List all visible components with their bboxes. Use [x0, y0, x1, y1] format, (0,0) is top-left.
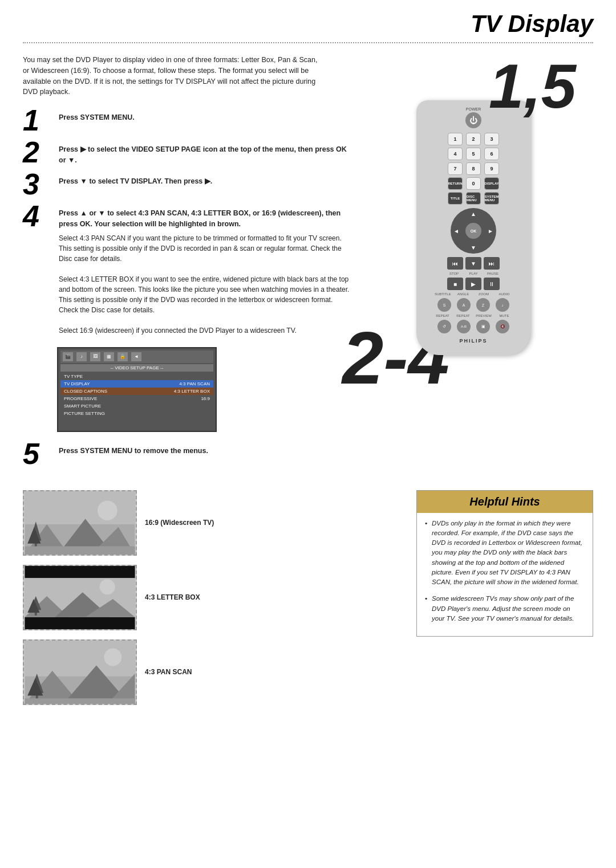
btn-repeat2[interactable]: A-B	[457, 320, 471, 333]
menu-val-progressive: 16:9	[201, 396, 210, 401]
big-number-15: 1,5	[489, 55, 576, 117]
main-content: You may set the DVD Player to display vi…	[0, 43, 616, 473]
svg-rect-30	[25, 698, 135, 704]
btn-disc-menu[interactable]: DISC MENU	[466, 192, 481, 205]
btn-next-skip[interactable]: ⏭	[484, 257, 500, 270]
nav-cluster: ▲ ▼ ◄ ► OK	[425, 208, 521, 254]
remote-row-rrpm-labels: REPEAT REPEAT PREVIEW MUTE	[425, 314, 521, 317]
bottom-section: 16:9 (Widescreen TV)	[0, 473, 616, 721]
btn-prev-skip[interactable]: ⏮	[447, 257, 463, 270]
helpful-hint-item-1: DVDs only play in the format in which th…	[425, 519, 585, 588]
svg-point-5	[98, 500, 117, 520]
btn-4[interactable]: 4	[448, 148, 463, 160]
btn-zoom[interactable]: Z	[476, 298, 490, 312]
btn-pause[interactable]: ⏸	[484, 278, 500, 290]
btn-play[interactable]: ▶	[465, 278, 481, 290]
step-2-text: Press ▶ to select the VIDEO SETUP PAGE i…	[59, 145, 347, 164]
menu-icon-lock: 🔒	[117, 352, 128, 361]
landscape-letterbox	[24, 566, 136, 629]
menu-label-tvtype: TV TYPE	[64, 374, 83, 379]
btn-system[interactable]: SYSTEM MENU	[484, 192, 499, 205]
menu-screenshot: 🎬 ♪ 🖼 ▦ 🔒 ◄ -- VIDEO SETUP PAGE -- TV TY…	[57, 347, 354, 432]
step-5: 5 Press SYSTEM MENU to remove the menus.	[23, 441, 354, 468]
helpful-hints-title: Helpful Hints	[469, 495, 540, 508]
menu-label-picture: PICTURE SETTING	[64, 411, 105, 416]
btn-return[interactable]: RETURN	[448, 177, 463, 190]
remote-row-789: 7 8 9	[425, 162, 521, 175]
power-button[interactable]: ⏻	[465, 112, 481, 128]
label-preview: PREVIEW	[476, 314, 492, 317]
svg-rect-9	[25, 546, 135, 554]
btn-display[interactable]: DISPLAY	[484, 177, 499, 190]
step-1: 1 Press SYSTEM MENU.	[23, 108, 354, 135]
remote-row-123: 1 2 3	[425, 133, 521, 145]
helpful-hints-body: DVDs only play in the format in which th…	[417, 513, 593, 637]
menu-row-tvtype: TV TYPE	[60, 373, 213, 380]
helpful-hints-header: Helpful Hints	[417, 491, 593, 513]
helpful-hint-item-2: Some widescreen TVs may show only part o…	[425, 594, 585, 624]
step-4: 4 Press ▲ or ▼ to select 4:3 PAN SCAN, 4…	[23, 203, 354, 336]
btn-repeat1[interactable]: ↺	[437, 320, 451, 333]
nav-up[interactable]: ▲	[471, 211, 476, 217]
btn-7[interactable]: 7	[448, 162, 463, 175]
svg-rect-11	[25, 566, 135, 578]
step-2-content: Press ▶ to select the VIDEO SETUP PAGE i…	[59, 140, 354, 166]
steps-container: 1 Press SYSTEM MENU. 2 Press ▶ to select…	[23, 108, 354, 468]
btn-stop[interactable]: ■	[447, 278, 463, 290]
spacer	[245, 490, 399, 710]
transport-row-play: ■ ▶ ⏸	[425, 278, 521, 290]
label-audio: AUDIO	[496, 292, 512, 296]
menu-label-tvdisplay: TV DISPLAY	[64, 381, 90, 386]
right-column: 1,5 POWER ⏻ 1 2 3 4 5 6	[365, 55, 582, 473]
btn-preview[interactable]: ▣	[476, 320, 490, 333]
menu-icon-arrow: ◄	[131, 352, 141, 361]
menu-val-captions: 4:3 LETTER BOX	[174, 389, 210, 394]
menu-icon-grid: ▦	[104, 352, 114, 361]
nav-right[interactable]: ►	[488, 228, 493, 234]
label-zoom: ZOOM	[476, 292, 492, 296]
btn-8[interactable]: 8	[466, 162, 481, 175]
label-stop: STOP	[446, 272, 462, 275]
nav-ok[interactable]: OK	[465, 223, 481, 239]
step-number-2: 2	[23, 137, 54, 167]
tv-images-column: 16:9 (Widescreen TV)	[23, 490, 228, 710]
intro-text: You may set the DVD Player to display vi…	[23, 55, 319, 97]
step-1-content: Press SYSTEM MENU.	[59, 108, 135, 123]
label-mute: MUTE	[496, 314, 512, 317]
philips-logo: PHILIPS	[425, 338, 521, 344]
tv-frame-panscan	[23, 639, 137, 705]
menu-row-captions: CLOSED CAPTIONS4:3 LETTER BOX	[60, 388, 213, 395]
btn-angle[interactable]: A	[457, 298, 471, 312]
btn-2[interactable]: 2	[466, 133, 481, 145]
menu-row-picture: PICTURE SETTING	[60, 410, 213, 417]
remote-body: POWER ⏻ 1 2 3 4 5 6 7 8 9	[416, 100, 530, 355]
menu-row-smart: SMART PICTURE	[60, 402, 213, 410]
btn-5[interactable]: 5	[466, 148, 481, 160]
label-widescreen: 16:9 (Widescreen TV)	[145, 518, 214, 528]
btn-audio[interactable]: ♪	[496, 298, 509, 312]
btn-3[interactable]: 3	[484, 133, 499, 145]
screen-menu-display: 🎬 ♪ 🖼 ▦ 🔒 ◄ -- VIDEO SETUP PAGE -- TV TY…	[57, 347, 217, 432]
btn-subtitle[interactable]: S	[437, 298, 451, 312]
step-5-content: Press SYSTEM MENU to remove the menus.	[59, 441, 208, 457]
transport-row-skip: ⏮ ▼ ⏭	[425, 257, 521, 270]
btn-1[interactable]: 1	[448, 133, 463, 145]
btn-title[interactable]: TITLE	[448, 192, 463, 205]
nav-left[interactable]: ◄	[453, 228, 459, 234]
tv-row-widescreen: 16:9 (Widescreen TV)	[23, 490, 228, 556]
tv-frame-letterbox	[23, 565, 137, 630]
nav-down[interactable]: ▼	[471, 244, 476, 251]
btn-down-arrow[interactable]: ▼	[465, 257, 481, 270]
btn-9[interactable]: 9	[484, 162, 499, 175]
tv-row-letterbox: 4:3 LETTER BOX	[23, 565, 228, 630]
step-4-content: Press ▲ or ▼ to select 4:3 PAN SCAN, 4:3…	[59, 203, 354, 336]
label-play: PLAY	[465, 272, 481, 275]
tv-frame-widescreen	[23, 490, 137, 556]
nav-circle: ▲ ▼ ◄ ► OK	[451, 208, 496, 254]
step-3-text: Press ▼ to select TV DISPLAY. Then press…	[59, 177, 212, 185]
menu-icon-film: 🎬	[63, 352, 73, 361]
btn-0[interactable]: 0	[466, 177, 481, 190]
menu-icon-music: ♪	[76, 352, 87, 361]
btn-6[interactable]: 6	[484, 148, 499, 160]
btn-mute[interactable]: 🔇	[496, 320, 509, 333]
